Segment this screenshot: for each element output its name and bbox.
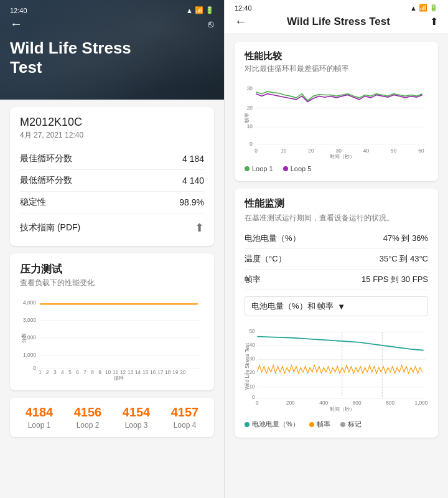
monitor-subtitle: 在基准测试运行期间，查看设备运行的状况。	[245, 213, 428, 223]
comparison-title: 性能比较	[245, 50, 428, 62]
header-nav-left: ← ⎋	[10, 17, 214, 31]
left-panel: 12:40 ▲ 📶 🔋 ← ⎋ Wild Life Stress Test M2…	[0, 0, 224, 498]
legend-marker: 标记	[340, 420, 362, 429]
device-info-card: M2012K10C 4月 27, 2021 12:40 最佳循环分数 4 184…	[10, 107, 214, 246]
loop-3-score: 4154	[123, 405, 151, 420]
legend-battery-dot	[245, 422, 250, 427]
best-score-row: 最佳循环分数 4 184	[20, 148, 204, 170]
svg-text:15: 15	[142, 369, 149, 375]
signal-icon: ▲	[186, 7, 193, 14]
battery-icon: 🔋	[205, 6, 214, 14]
loop-4-item: 4157 Loop 4	[171, 405, 199, 430]
min-score-row: 最低循环分数 4 140	[20, 170, 204, 192]
legend-loop1: Loop 1	[245, 165, 273, 172]
svg-text:0: 0	[256, 400, 259, 406]
stability-value: 98.9%	[179, 197, 204, 207]
bottom-chart-svg: 50 40 30 20 10 0	[245, 322, 428, 419]
svg-text:13: 13	[128, 369, 134, 375]
legend-loop1-label: Loop 1	[252, 165, 273, 172]
back-button-left[interactable]: ←	[10, 17, 22, 31]
svg-text:3,000: 3,000	[23, 317, 36, 323]
pdf-row: 技术指南 (PDF) ⬆	[20, 214, 204, 237]
line-chart-legend: Loop 1 Loop 5	[245, 165, 428, 172]
loop-1-label: Loop 1	[28, 421, 51, 430]
svg-text:1,000: 1,000	[23, 352, 36, 358]
pressure-title: 压力测试	[20, 262, 204, 276]
chart-type-dropdown[interactable]: 电池电量（%）和 帧率 ▼	[245, 296, 428, 316]
bottom-chart: 50 40 30 20 10 0	[245, 322, 428, 416]
svg-text:10: 10	[105, 369, 111, 375]
pdf-share-icon[interactable]: ⬆	[195, 221, 204, 235]
status-icons-left: ▲ 📶 🔋	[186, 6, 214, 14]
min-score-value: 4 140	[182, 176, 204, 186]
svg-text:8: 8	[91, 369, 94, 375]
legend-battery-label: 电池电量（%）	[252, 420, 299, 429]
loop-4-label: Loop 4	[174, 421, 197, 430]
back-button-right[interactable]: ←	[235, 14, 247, 29]
device-model: M2012K10C	[20, 116, 204, 129]
pressure-test-card: 压力测试 查看负载下的性能变化 4,000 3,000 2,000 1,000 …	[10, 253, 214, 390]
line-chart: 30 20 10 0 0 10 20	[245, 80, 428, 161]
svg-text:时间（秒）: 时间（秒）	[330, 406, 355, 412]
header-nav-right: ← Wild Life Stress Test ⬆	[235, 14, 438, 29]
legend-loop5: Loop 5	[283, 165, 312, 172]
loop-1-item: 4184 Loop 1	[26, 405, 54, 430]
battery-stat-row: 电池电量（%） 47% 到 36%	[245, 228, 428, 249]
svg-text:时间（秒）: 时间（秒）	[330, 153, 355, 159]
monitor-title: 性能监测	[245, 197, 428, 210]
svg-text:5: 5	[68, 369, 72, 375]
pressure-bar-chart: 4,000 3,000 2,000 1,000 0 1 2	[20, 294, 204, 382]
signal-icon-right: ▲	[410, 4, 417, 12]
dropdown-label: 电池电量（%）和 帧率	[251, 301, 334, 312]
svg-text:20: 20	[308, 148, 314, 154]
legend-marker-dot	[340, 422, 345, 427]
legend-loop5-label: Loop 5	[291, 165, 312, 172]
svg-text:50: 50	[391, 148, 397, 154]
svg-text:40: 40	[363, 148, 370, 154]
svg-text:0: 0	[254, 148, 258, 154]
fps-value: 15 FPS 到 30 FPS	[362, 274, 428, 285]
svg-text:20: 20	[180, 369, 186, 375]
svg-text:14: 14	[135, 369, 141, 375]
comparison-subtitle: 对比最佳循环和最差循环的帧率	[245, 63, 428, 74]
loop-2-score: 4156	[74, 405, 102, 420]
legend-fps-dot	[309, 422, 314, 427]
share-button-left[interactable]: ⎋	[208, 19, 214, 30]
right-header: 12:40 ▲ 📶 🔋 ← Wild Life Stress Test ⬆	[225, 0, 448, 34]
wifi-icon-right: 📶	[419, 4, 427, 12]
svg-text:0: 0	[252, 394, 255, 400]
right-content: 性能比较 对比最佳循环和最差循环的帧率 30 20 10 0	[225, 34, 448, 498]
bottom-chart-legend: 电池电量（%） 帧率 标记	[245, 420, 428, 429]
loop-2-item: 4156 Loop 2	[74, 405, 102, 430]
left-title: Wild Life Stress Test	[10, 39, 214, 77]
loop-3-label: Loop 3	[125, 421, 148, 430]
svg-text:19: 19	[172, 369, 179, 375]
status-bar-right: 12:40 ▲ 📶 🔋	[235, 4, 438, 12]
best-score-value: 4 184	[182, 154, 204, 164]
share-button-right[interactable]: ⬆	[430, 16, 438, 27]
svg-text:循环: 循环	[114, 375, 124, 381]
legend-fps: 帧率	[309, 420, 330, 429]
legend-loop5-dot	[283, 166, 288, 171]
svg-text:4: 4	[61, 369, 64, 375]
bar-chart-svg: 4,000 3,000 2,000 1,000 0 1 2	[20, 294, 204, 382]
svg-text:0: 0	[250, 141, 253, 147]
svg-text:600: 600	[353, 400, 362, 406]
svg-text:60: 60	[418, 148, 424, 154]
svg-text:0: 0	[33, 365, 36, 371]
status-bar-left: 12:40 ▲ 📶 🔋	[10, 6, 214, 14]
pdf-label: 技术指南 (PDF)	[20, 222, 80, 233]
svg-text:16: 16	[150, 369, 156, 375]
svg-text:2: 2	[46, 369, 49, 375]
svg-text:30: 30	[247, 85, 253, 92]
svg-text:800: 800	[386, 400, 394, 406]
loop-2-label: Loop 2	[77, 421, 100, 430]
svg-text:1,000: 1,000	[415, 400, 428, 406]
svg-text:4,000: 4,000	[23, 299, 36, 306]
svg-text:6: 6	[76, 369, 79, 375]
dropdown-chevron-icon: ▼	[337, 302, 345, 311]
svg-text:3: 3	[54, 369, 57, 375]
legend-loop1-dot	[245, 166, 250, 171]
min-score-label: 最低循环分数	[20, 175, 72, 186]
svg-text:200: 200	[286, 400, 295, 406]
